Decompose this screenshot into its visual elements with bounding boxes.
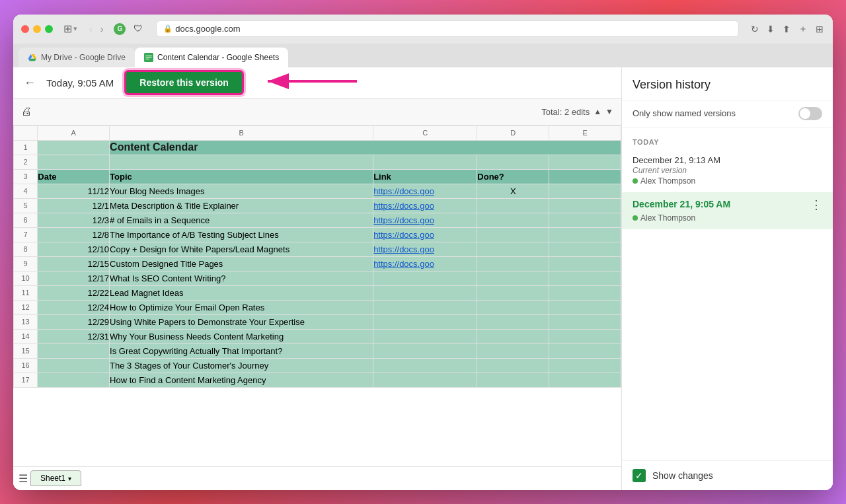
cell-15-b[interactable]: Is Great Copywriting Actually That Impor…: [110, 343, 373, 358]
cell-14-e[interactable]: [549, 329, 621, 343]
cell-16-b[interactable]: The 3 Stages of Your Customer's Journey: [110, 358, 373, 373]
cell-4-d[interactable]: X: [477, 184, 549, 198]
cell-6-e[interactable]: [549, 213, 621, 227]
grid-button[interactable]: ⊞: [814, 22, 825, 36]
cell-16-d[interactable]: [477, 358, 549, 373]
cell-3-d[interactable]: Done?: [477, 169, 549, 184]
cell-8-e[interactable]: [549, 242, 621, 256]
cell-3-b[interactable]: Topic: [110, 169, 373, 184]
refresh-button[interactable]: ↻: [750, 22, 760, 36]
minimize-button[interactable]: [33, 25, 41, 33]
cell-10-a[interactable]: 12/17: [38, 271, 110, 285]
download-button[interactable]: ⬇: [765, 22, 776, 36]
cell-11-a[interactable]: 12/22: [38, 285, 110, 300]
back-nav-button[interactable]: ‹: [87, 22, 95, 36]
cell-11-c[interactable]: [373, 285, 477, 300]
show-changes-label[interactable]: Show changes: [652, 470, 713, 481]
cell-10-e[interactable]: [549, 271, 621, 285]
cell-8-b[interactable]: Copy + Design for White Papers/Lead Magn…: [110, 242, 373, 256]
maximize-button[interactable]: [45, 25, 53, 33]
cell-10-d[interactable]: [477, 271, 549, 285]
show-changes-checkbox[interactable]: ✓: [633, 469, 646, 482]
restore-version-button[interactable]: Restore this version: [124, 70, 244, 95]
cell-12-b[interactable]: How to Optimize Your Email Open Rates: [110, 300, 373, 314]
cell-12-e[interactable]: [549, 300, 621, 314]
cell-6-d[interactable]: [477, 213, 549, 227]
cell-14-a[interactable]: 12/31: [38, 329, 110, 343]
cell-3-e[interactable]: [549, 169, 621, 184]
cell-1-a[interactable]: [38, 140, 110, 155]
cell-2-d[interactable]: [477, 155, 549, 169]
cell-2-a[interactable]: [38, 155, 110, 169]
cell-3-a[interactable]: Date: [38, 169, 110, 184]
cell-15-e[interactable]: [549, 343, 621, 358]
cell-13-e[interactable]: [549, 314, 621, 329]
cell-15-d[interactable]: [477, 343, 549, 358]
cell-17-c[interactable]: [373, 373, 477, 387]
back-arrow-button[interactable]: ←: [24, 76, 36, 90]
cell-12-a[interactable]: 12/24: [38, 300, 110, 314]
cell-13-d[interactable]: [477, 314, 549, 329]
cell-8-d[interactable]: [477, 242, 549, 256]
cell-4-c[interactable]: https://docs.goo: [373, 184, 477, 198]
cell-15-c[interactable]: [373, 343, 477, 358]
cell-16-a[interactable]: [38, 358, 110, 373]
cell-13-a[interactable]: 12/29: [38, 314, 110, 329]
cell-5-a[interactable]: 12/1: [38, 198, 110, 213]
sheet-tab-sheet1[interactable]: Sheet1 ▾: [30, 470, 81, 486]
cell-8-a[interactable]: 12/10: [38, 242, 110, 256]
cell-2-e[interactable]: [549, 155, 621, 169]
cell-14-b[interactable]: Why Your Business Needs Content Marketin…: [110, 329, 373, 343]
cell-6-c[interactable]: https://docs.goo: [373, 213, 477, 227]
cell-9-b[interactable]: Custom Designed Title Pages: [110, 256, 373, 271]
cell-5-c[interactable]: https://docs.goo: [373, 198, 477, 213]
cell-4-b[interactable]: Your Blog Needs Images: [110, 184, 373, 198]
cell-16-c[interactable]: [373, 358, 477, 373]
cell-2-c[interactable]: [373, 155, 477, 169]
cell-12-c[interactable]: [373, 300, 477, 314]
cell-17-d[interactable]: [477, 373, 549, 387]
cell-7-d[interactable]: [477, 227, 549, 242]
cell-7-c[interactable]: https://docs.goo: [373, 227, 477, 242]
cell-6-a[interactable]: 12/3: [38, 213, 110, 227]
cell-13-c[interactable]: [373, 314, 477, 329]
close-button[interactable]: [21, 25, 29, 33]
sidebar-toggle[interactable]: ⊞ ▾: [63, 22, 77, 35]
cell-11-b[interactable]: Lead Magnet Ideas: [110, 285, 373, 300]
cell-4-a[interactable]: 11/12: [38, 184, 110, 198]
cell-11-d[interactable]: [477, 285, 549, 300]
new-tab-button[interactable]: ＋: [797, 22, 809, 36]
add-sheet-button[interactable]: ☰: [19, 472, 28, 485]
cell-9-c[interactable]: https://docs.goo: [373, 256, 477, 271]
version-item-1[interactable]: December 21, 9:13 AM Current version Ale…: [622, 149, 833, 192]
cell-9-a[interactable]: 12/15: [38, 256, 110, 271]
cell-1-b[interactable]: Content Calendar: [110, 140, 621, 155]
cell-2-b[interactable]: [110, 155, 373, 169]
cell-3-c[interactable]: Link: [373, 169, 477, 184]
grammarly-extension-icon[interactable]: G: [114, 23, 126, 35]
address-bar[interactable]: 🔒 docs.google.com: [156, 20, 739, 37]
cell-17-e[interactable]: [549, 373, 621, 387]
cell-9-e[interactable]: [549, 256, 621, 271]
edits-down-chevron[interactable]: ▼: [605, 107, 613, 116]
cell-14-d[interactable]: [477, 329, 549, 343]
cell-4-e[interactable]: [549, 184, 621, 198]
print-button[interactable]: 🖨: [21, 106, 32, 118]
tab-drive[interactable]: My Drive - Google Drive: [19, 48, 135, 67]
tab-sheets[interactable]: Content Calendar - Google Sheets: [135, 48, 288, 67]
cell-16-e[interactable]: [549, 358, 621, 373]
cell-9-d[interactable]: [477, 256, 549, 271]
edits-up-chevron[interactable]: ▲: [594, 107, 601, 116]
cell-8-c[interactable]: https://docs.goo: [373, 242, 477, 256]
cell-13-b[interactable]: Using White Papers to Demonstrate Your E…: [110, 314, 373, 329]
cell-12-d[interactable]: [477, 300, 549, 314]
cell-7-b[interactable]: The Importance of A/B Testing Subject Li…: [110, 227, 373, 242]
cell-5-d[interactable]: [477, 198, 549, 213]
cell-7-e[interactable]: [549, 227, 621, 242]
cell-10-c[interactable]: [373, 271, 477, 285]
share-button[interactable]: ⬆: [781, 22, 792, 36]
cell-5-b[interactable]: Meta Description & Title Explainer: [110, 198, 373, 213]
cell-15-a[interactable]: [38, 343, 110, 358]
cell-17-b[interactable]: How to Find a Content Marketing Agency: [110, 373, 373, 387]
cell-7-a[interactable]: 12/8: [38, 227, 110, 242]
